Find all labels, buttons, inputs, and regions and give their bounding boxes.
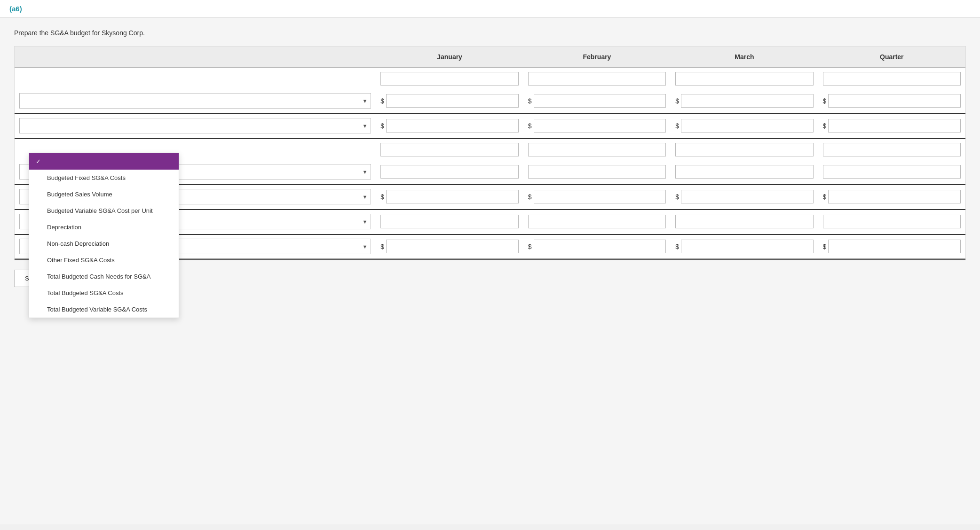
- input-row8-feb[interactable]: [534, 240, 666, 253]
- input-row7-mar[interactable]: [675, 215, 813, 228]
- input-row1-jan[interactable]: [380, 72, 518, 86]
- dropdown-item-4[interactable]: Depreciation: [29, 219, 179, 235]
- budget-table: January February March Quarter ✓: [15, 47, 965, 260]
- problem-id-label: (a6): [9, 5, 22, 13]
- input-row8-mar[interactable]: [681, 240, 814, 253]
- dropdown-item-7[interactable]: Total Budgeted Cash Needs for SG&A: [29, 268, 179, 285]
- input-row2-mar[interactable]: [681, 94, 814, 108]
- dropdown-item-2[interactable]: Budgeted Sales Volume: [29, 186, 179, 203]
- input-row6-quarter[interactable]: [828, 190, 961, 203]
- check-icon: ✓: [36, 158, 43, 165]
- input-row4-jan[interactable]: [380, 143, 518, 156]
- input-row5-quarter[interactable]: [823, 165, 961, 179]
- input-row5-feb[interactable]: [528, 165, 666, 179]
- col-header-quarter: Quarter: [818, 47, 965, 68]
- input-row3-mar[interactable]: [681, 119, 814, 132]
- input-row6-mar[interactable]: [681, 190, 814, 203]
- table-row: Budgeted Fixed SG&A Costs Budgeted Sales…: [15, 114, 965, 139]
- input-row3-feb[interactable]: [534, 119, 666, 132]
- input-row8-quarter[interactable]: [828, 240, 961, 253]
- dropdown-item-3[interactable]: Budgeted Variable SG&A Cost per Unit: [29, 203, 179, 219]
- input-row7-quarter[interactable]: [823, 215, 961, 228]
- col-header-january: January: [376, 47, 523, 68]
- input-row4-feb[interactable]: [528, 143, 666, 156]
- input-row2-quarter[interactable]: [828, 94, 961, 108]
- input-row4-quarter[interactable]: [823, 143, 961, 156]
- dropdown-row3[interactable]: Budgeted Fixed SG&A Costs Budgeted Sales…: [19, 118, 371, 133]
- input-row1-quarter[interactable]: [823, 72, 961, 86]
- input-row1-mar[interactable]: [675, 72, 813, 86]
- dropdown-item-5[interactable]: Non-cash Depreciation: [29, 235, 179, 252]
- table-row: ✓ Budgeted Fixed SG&A Costs Budgeted Sal…: [15, 68, 965, 89]
- input-row6-jan[interactable]: [386, 190, 519, 203]
- table-row: Budgeted Fixed SG&A Costs Budgeted Sales…: [15, 89, 965, 114]
- col-header-february: February: [523, 47, 671, 68]
- dropdown-item-6[interactable]: Other Fixed SG&A Costs: [29, 252, 179, 268]
- input-row2-jan[interactable]: [386, 94, 519, 108]
- input-row6-feb[interactable]: [534, 190, 666, 203]
- input-row1-feb[interactable]: [528, 72, 666, 86]
- col-header-label: [15, 47, 376, 68]
- dropdown-row2[interactable]: Budgeted Fixed SG&A Costs Budgeted Sales…: [19, 93, 371, 109]
- col-header-march: March: [671, 47, 818, 68]
- input-row8-jan[interactable]: [386, 240, 519, 253]
- instruction-text: Prepare the SG&A budget for Skysong Corp…: [14, 29, 966, 37]
- dropdown-item-selected[interactable]: ✓: [29, 153, 179, 170]
- dropdown-item-8[interactable]: Total Budgeted SG&A Costs: [29, 285, 179, 301]
- dropdown-item-9[interactable]: Total Budgeted Variable SG&A Costs: [29, 301, 179, 318]
- input-row7-jan[interactable]: [380, 215, 518, 228]
- input-row3-jan[interactable]: [386, 119, 519, 132]
- input-row3-quarter[interactable]: [828, 119, 961, 132]
- input-row4-mar[interactable]: [675, 143, 813, 156]
- dropdown-item-1[interactable]: Budgeted Fixed SG&A Costs: [29, 170, 179, 186]
- input-row2-feb[interactable]: [534, 94, 666, 108]
- input-row5-mar[interactable]: [675, 165, 813, 179]
- input-row5-jan[interactable]: [380, 165, 518, 179]
- input-row7-feb[interactable]: [528, 215, 666, 228]
- dropdown-overlay: ✓ Budgeted Fixed SG&A Costs Budgeted Sal…: [29, 153, 179, 318]
